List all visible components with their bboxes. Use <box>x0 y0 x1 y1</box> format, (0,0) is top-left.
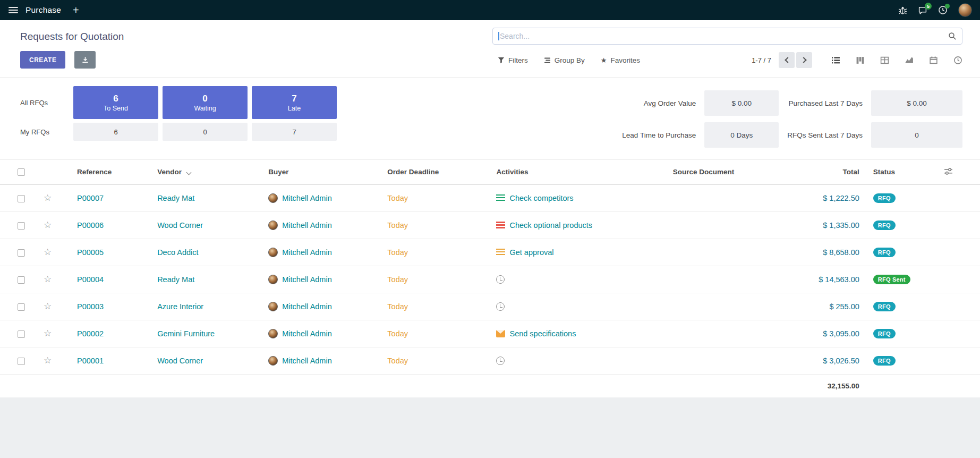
table-row[interactable]: ☆ P00004 Ready Mat Mitchell Admin Today … <box>0 266 980 293</box>
messages-icon[interactable]: 5 <box>918 6 927 15</box>
debug-bug-icon[interactable] <box>898 6 907 15</box>
buyer-avatar <box>268 329 278 338</box>
search-box[interactable] <box>492 28 962 45</box>
column-header-source-document[interactable]: Source Document <box>673 160 769 184</box>
activity-type-icon[interactable] <box>496 194 505 202</box>
table-row[interactable]: ☆ P00001 Wood Corner Mitchell Admin Toda… <box>0 347 980 374</box>
order-deadline: Today <box>387 221 408 230</box>
search-icon[interactable] <box>948 32 957 40</box>
select-all-checkbox[interactable] <box>18 168 25 176</box>
favorite-star-icon[interactable]: ☆ <box>37 193 52 203</box>
activity-type-icon[interactable] <box>496 222 505 229</box>
pivot-view-icon[interactable] <box>880 56 889 65</box>
activities-clock-icon[interactable] <box>938 5 948 15</box>
activity-label[interactable]: Send specifications <box>509 329 576 338</box>
row-checkbox[interactable] <box>18 249 25 257</box>
favorite-star-icon[interactable]: ☆ <box>37 220 52 230</box>
activity-label[interactable]: Get approval <box>509 248 553 257</box>
graph-view-icon[interactable] <box>905 56 914 65</box>
messages-count-badge: 5 <box>925 3 932 10</box>
metric-value-rfqs-sent-last-7-days: 0 <box>871 122 962 148</box>
buyer-link[interactable]: Mitchell Admin <box>282 302 331 311</box>
my-tile-late[interactable]: 7 <box>252 123 337 141</box>
table-row[interactable]: ☆ P00003 Azure Interior Mitchell Admin T… <box>0 293 980 320</box>
favorite-star-icon[interactable]: ☆ <box>37 247 52 257</box>
buyer-link[interactable]: Mitchell Admin <box>282 357 331 365</box>
column-header-activities[interactable]: Activities <box>496 160 672 184</box>
reference-link[interactable]: P00004 <box>77 275 104 284</box>
vendor-link[interactable]: Deco Addict <box>157 248 198 257</box>
metric-label-avg-order-value: Avg Order Value <box>644 99 696 107</box>
reference-link[interactable]: P00001 <box>77 357 104 365</box>
column-header-status[interactable]: Status <box>873 160 944 184</box>
buyer-link[interactable]: Mitchell Admin <box>282 275 331 284</box>
column-header-buyer[interactable]: Buyer <box>268 160 387 184</box>
reference-link[interactable]: P00005 <box>77 248 104 257</box>
total-amount: $ 1,222.50 <box>823 194 859 202</box>
favorites-button[interactable]: ★ Favorites <box>601 56 640 64</box>
my-tile-waiting[interactable]: 0 <box>163 123 248 141</box>
reference-link[interactable]: P00006 <box>77 221 104 230</box>
my-tile-to-send[interactable]: 6 <box>73 123 158 141</box>
user-avatar[interactable] <box>958 3 972 17</box>
row-checkbox[interactable] <box>18 195 25 202</box>
pager-previous-button[interactable] <box>779 52 795 68</box>
optional-columns-header[interactable] <box>944 160 980 184</box>
reference-link[interactable]: P00007 <box>77 194 104 202</box>
row-checkbox[interactable] <box>18 303 25 311</box>
activity-clock-icon[interactable] <box>496 357 505 365</box>
activity-label[interactable]: Check optional products <box>509 221 592 230</box>
column-header-vendor[interactable]: Vendor <box>157 160 268 184</box>
reference-link[interactable]: P00002 <box>77 329 104 338</box>
table-row[interactable]: ☆ P00006 Wood Corner Mitchell Admin Toda… <box>0 211 980 239</box>
activity-view-icon[interactable] <box>953 56 962 65</box>
activity-mail-icon[interactable] <box>496 330 505 337</box>
buyer-link[interactable]: Mitchell Admin <box>282 248 331 257</box>
buyer-link[interactable]: Mitchell Admin <box>282 329 331 338</box>
kanban-view-icon[interactable] <box>856 56 865 65</box>
vendor-link[interactable]: Azure Interior <box>157 302 203 311</box>
vendor-link[interactable]: Wood Corner <box>157 357 203 365</box>
activity-type-icon[interactable] <box>496 249 505 256</box>
activity-clock-icon[interactable] <box>496 275 505 284</box>
vendor-link[interactable]: Ready Mat <box>157 275 194 284</box>
buyer-link[interactable]: Mitchell Admin <box>282 221 331 230</box>
vendor-link[interactable]: Ready Mat <box>157 194 194 202</box>
activity-label[interactable]: Check competitors <box>509 194 573 202</box>
table-row[interactable]: ☆ P00005 Deco Addict Mitchell Admin Toda… <box>0 239 980 266</box>
row-checkbox[interactable] <box>18 358 25 365</box>
app-name[interactable]: Purchase <box>25 5 61 15</box>
favorite-star-icon[interactable]: ☆ <box>37 274 52 284</box>
activity-clock-icon[interactable] <box>496 302 505 311</box>
buyer-link[interactable]: Mitchell Admin <box>282 194 331 202</box>
column-header-reference[interactable]: Reference <box>77 160 157 184</box>
favorite-star-icon[interactable]: ☆ <box>37 328 52 338</box>
filters-button[interactable]: Filters <box>498 56 528 64</box>
export-button[interactable] <box>74 51 96 69</box>
vendor-link[interactable]: Wood Corner <box>157 221 203 230</box>
group-by-button[interactable]: Group By <box>544 56 585 64</box>
plus-icon[interactable]: + <box>73 5 79 15</box>
search-input[interactable] <box>500 32 948 40</box>
row-checkbox[interactable] <box>18 330 25 338</box>
table-row[interactable]: ☆ P00002 Gemini Furniture Mitchell Admin… <box>0 320 980 347</box>
tile-late[interactable]: 7 Late <box>252 86 337 119</box>
activities-count-badge <box>945 4 950 9</box>
table-row[interactable]: ☆ P00007 Ready Mat Mitchell Admin Today … <box>0 184 980 211</box>
column-header-order-deadline[interactable]: Order Deadline <box>387 160 496 184</box>
favorite-star-icon[interactable]: ☆ <box>37 301 52 311</box>
list-view-icon[interactable] <box>831 56 840 65</box>
apps-menu-icon[interactable] <box>8 7 18 13</box>
tile-to-send[interactable]: 6 To Send <box>73 86 158 119</box>
row-checkbox[interactable] <box>18 222 25 230</box>
calendar-view-icon[interactable] <box>929 56 938 65</box>
pager-next-button[interactable] <box>796 52 812 68</box>
dashboard-metrics: Avg Order Value $ 0.00 Purchased Last 7 … <box>622 90 962 148</box>
favorite-star-icon[interactable]: ☆ <box>37 355 52 366</box>
reference-link[interactable]: P00003 <box>77 302 104 311</box>
vendor-link[interactable]: Gemini Furniture <box>157 329 215 338</box>
row-checkbox[interactable] <box>18 276 25 284</box>
column-header-total[interactable]: Total <box>769 160 873 184</box>
create-button[interactable]: CREATE <box>20 51 65 69</box>
tile-waiting[interactable]: 0 Waiting <box>163 86 248 119</box>
